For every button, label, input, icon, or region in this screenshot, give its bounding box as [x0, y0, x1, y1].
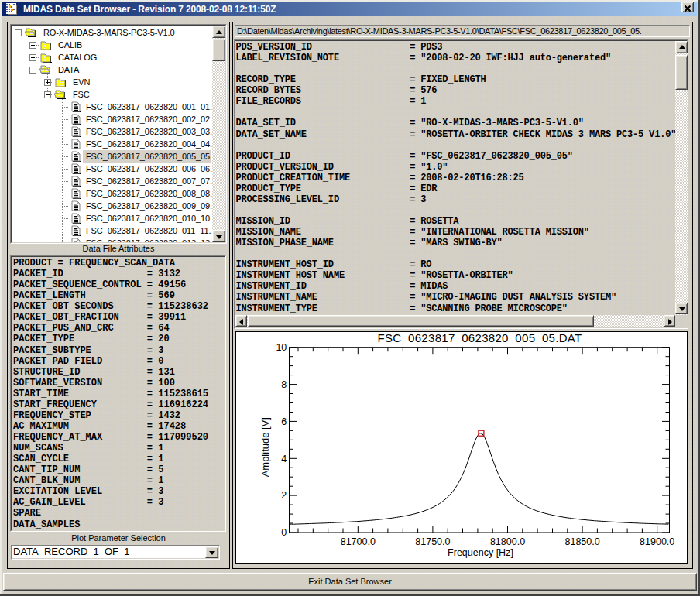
svg-text:Amplitude [V]: Amplitude [V] [260, 417, 272, 477]
svg-text:2: 2 [281, 490, 287, 501]
svg-text:81700.0: 81700.0 [341, 536, 376, 547]
svg-text:81800.0: 81800.0 [490, 536, 525, 547]
svg-text:8: 8 [281, 379, 287, 390]
svg-text:4: 4 [281, 454, 287, 464]
svg-text:FSC_0623817_0623820_005_05.DAT: FSC_0623817_0623820_005_05.DAT [378, 331, 582, 344]
svg-text:Frequency [Hz]: Frequency [Hz] [448, 547, 513, 558]
svg-text:10: 10 [276, 342, 287, 353]
svg-text:6: 6 [281, 416, 287, 427]
svg-text:81900.0: 81900.0 [640, 536, 674, 547]
svg-text:81750.0: 81750.0 [415, 536, 450, 547]
svg-text:81850.0: 81850.0 [565, 536, 600, 547]
svg-text:0: 0 [281, 527, 287, 538]
